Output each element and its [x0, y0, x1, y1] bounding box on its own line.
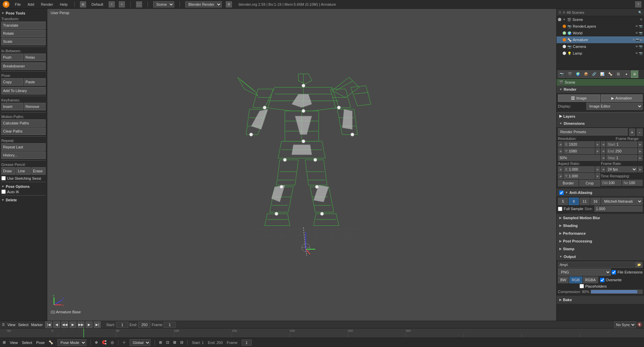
fps-up-btn[interactable]: ▶	[638, 166, 643, 172]
outliner-search-icon[interactable]: 🔍	[638, 11, 642, 14]
erase-btn[interactable]: Erase	[31, 167, 46, 175]
step-field[interactable]: Step: 1	[606, 155, 638, 161]
view-btn-bottom[interactable]: View	[10, 341, 18, 345]
smb-header[interactable]: ▶ Sampled Motion Blur	[557, 214, 644, 222]
aa-16-btn[interactable]: 16	[590, 198, 600, 205]
jump-end-btn[interactable]: ▶|	[94, 321, 101, 328]
display-select[interactable]: Image Editor	[586, 103, 643, 110]
rgba-btn[interactable]: RGBA	[583, 277, 598, 283]
start-field[interactable]: Start: 1	[606, 141, 638, 147]
add-menu[interactable]: Add	[26, 2, 36, 6]
stamp-header[interactable]: ▶ Stamp	[557, 245, 644, 253]
res-x-down-btn[interactable]: ◀	[558, 141, 563, 147]
overwrite-checkbox[interactable]	[600, 278, 605, 282]
aa-section-header[interactable]: ▼ Anti-Aliasing	[557, 189, 644, 196]
render-section-header[interactable]: ▼ Render	[557, 86, 644, 93]
aa-checkbox[interactable]	[559, 191, 564, 195]
ax-down-btn[interactable]: ◀	[558, 166, 563, 172]
constraints-icon[interactable]: 🔗	[590, 70, 598, 78]
new-field[interactable]: Ne: 100	[622, 180, 643, 186]
jump-start-btn[interactable]: |◀	[45, 321, 52, 328]
bone-props-icon[interactable]: 🦴	[607, 70, 614, 78]
fps-select[interactable]: 24 fps	[606, 166, 638, 172]
compression-bar[interactable]	[591, 290, 643, 294]
current-frame-bottom[interactable]: 1	[242, 340, 252, 346]
size-field[interactable]: 1.000	[594, 206, 643, 212]
overlay-1-icon[interactable]: ⊞	[159, 340, 162, 345]
output-header[interactable]: ▼ Output	[557, 253, 644, 260]
viewport-type-icon[interactable]: ⊞	[3, 340, 6, 345]
select-btn-bottom[interactable]: Select	[22, 341, 32, 345]
image-btn[interactable]: 🖼 Image	[558, 94, 600, 102]
current-frame-field[interactable]: 1	[164, 322, 176, 328]
aa-8-btn[interactable]: 8	[569, 198, 579, 205]
help-menu[interactable]: Help	[58, 2, 69, 6]
next-frame-btn[interactable]: ▶	[86, 321, 92, 328]
world-props-icon[interactable]: 🌍	[574, 70, 582, 78]
aa-11-btn[interactable]: 11	[580, 198, 590, 205]
delete-header[interactable]: ▼ Delete	[1, 197, 46, 203]
end-field[interactable]: End: 250	[606, 148, 638, 154]
step-down-btn[interactable]: ◀	[601, 155, 606, 161]
bone-constraints-icon[interactable]: ⛓	[615, 70, 622, 78]
use-sketching-checkbox[interactable]	[1, 176, 6, 180]
scene-selector[interactable]: Scene	[153, 1, 174, 7]
aspect-x-field[interactable]: X: 1.000	[563, 166, 595, 172]
presets-add-btn[interactable]: +	[629, 128, 635, 136]
crop-btn[interactable]: Crop	[579, 180, 600, 186]
draw-btn[interactable]: Draw	[1, 167, 16, 175]
add-screen-icon[interactable]: +	[109, 1, 115, 7]
audio-mute-icon[interactable]: 🔇	[637, 322, 642, 327]
scene-props-icon[interactable]: 🎬	[566, 70, 573, 78]
pose-options-header[interactable]: ▼ Pose Options	[1, 183, 46, 190]
timeline-select-btn[interactable]: Select	[18, 323, 29, 327]
paste-btn[interactable]: Paste	[24, 78, 46, 86]
overlay-4-icon[interactable]: ⊟	[180, 340, 183, 345]
outliner-camera[interactable]: 📷 Camera 👁 📷	[557, 43, 644, 50]
overlay-3-icon[interactable]: ⊠	[173, 340, 176, 345]
old-field[interactable]: Old: 100	[601, 180, 621, 186]
breakdowner-btn[interactable]: Breakdowner	[1, 62, 46, 70]
performance-header[interactable]: ▶ Performance	[557, 230, 644, 237]
copy-btn[interactable]: Copy	[1, 78, 23, 86]
object-props-icon[interactable]: 📦	[582, 70, 590, 78]
shading-header[interactable]: ▶ Shading	[557, 222, 644, 229]
render-presets-btn[interactable]: Render Presets	[558, 128, 628, 136]
ax-up-btn[interactable]: ▶	[595, 166, 600, 172]
render-props-icon[interactable]: 📷	[558, 70, 565, 78]
file-ext-checkbox[interactable]	[612, 270, 616, 274]
translate-btn[interactable]: Translate	[1, 22, 46, 29]
start-up-btn[interactable]: ▶	[638, 141, 643, 147]
outliner-renderlayers[interactable]: 📷 RenderLayers 👁 📷	[557, 23, 644, 30]
aspect-y-field[interactable]: Y: 1.000	[563, 173, 595, 179]
full-screen-icon[interactable]: ⛶	[136, 1, 142, 7]
layers-section-header[interactable]: ▶ Layers	[557, 112, 644, 120]
dimensions-header[interactable]: ▼ Dimensions	[557, 120, 644, 127]
layout-icon[interactable]: ⊞	[80, 1, 86, 7]
outliner-world[interactable]: 🌍 World 👁 📷	[557, 30, 644, 36]
relax-btn[interactable]: Relax	[24, 54, 46, 61]
rgb-btn[interactable]: RGB	[569, 277, 582, 283]
remove-screen-icon[interactable]: ×	[119, 1, 125, 7]
sync-select[interactable]: No Sync	[614, 321, 636, 328]
bake-header[interactable]: ▶ Bake	[557, 296, 644, 303]
pivot-icon[interactable]: ⊕	[95, 340, 98, 345]
push-btn[interactable]: Push	[1, 54, 23, 61]
play-back-btn[interactable]: ◀◀	[61, 321, 68, 328]
insert-btn[interactable]: Insert	[1, 103, 23, 110]
res-y-down-btn[interactable]: ◀	[558, 148, 563, 154]
end-frame-field[interactable]: 250	[138, 322, 150, 328]
rotate-btn[interactable]: Rotate	[1, 30, 46, 37]
bw-btn[interactable]: BW	[558, 277, 569, 283]
active-render-icon[interactable]: 🖥	[631, 70, 638, 78]
output-path-field[interactable]: /tmp\	[558, 262, 635, 268]
outliner-lamp[interactable]: 💡 Lamp 👁 📷	[557, 50, 644, 57]
scale-btn[interactable]: Scale	[1, 38, 46, 45]
timeline-marker-btn[interactable]: Marker	[31, 323, 43, 327]
prev-frame-btn[interactable]: ◀	[53, 321, 60, 328]
remove-btn[interactable]: Remove	[24, 103, 46, 110]
presets-remove-btn[interactable]: -	[637, 128, 643, 136]
res-x-up-btn[interactable]: ▶	[595, 141, 600, 147]
end-down-btn[interactable]: ◀	[601, 148, 606, 154]
pose-btn-bottom[interactable]: Pose	[36, 341, 45, 345]
